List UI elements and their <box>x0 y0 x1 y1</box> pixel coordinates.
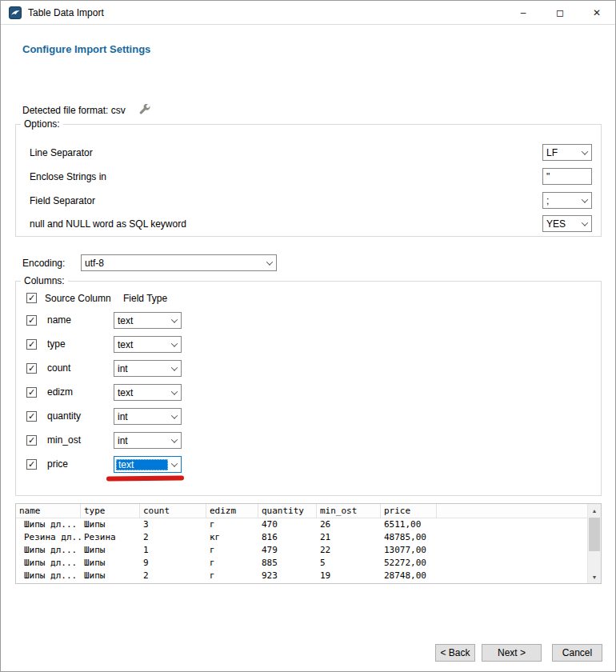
wrench-icon[interactable] <box>138 104 151 117</box>
field-separator-select[interactable]: ; <box>542 192 592 209</box>
column-row-edizm: ✓ edizm text <box>16 384 601 401</box>
cell: 21 <box>317 531 381 544</box>
encoding-select[interactable]: utf-8 <box>81 254 277 271</box>
field-type-value: text <box>116 459 168 470</box>
column-name-label: min_ost <box>47 432 81 449</box>
enclose-strings-label: Enclose Strings in <box>30 171 106 182</box>
column-name-label: edizm <box>47 384 73 401</box>
column-name-label: type <box>47 336 66 353</box>
table-row[interactable]: Шипы дл... Шипы 1 г 479 22 13077,00 <box>16 544 587 557</box>
next-button[interactable]: Next > <box>482 644 542 662</box>
cell: г <box>206 544 258 557</box>
field-type-select-type[interactable]: text <box>114 336 182 353</box>
chevron-down-icon <box>168 361 181 376</box>
preview-grid: name type count edizm quantity min_ost p… <box>16 504 587 583</box>
field-type-select-quantity[interactable]: int <box>114 408 182 425</box>
column-row-type: ✓ type text <box>16 336 601 353</box>
column-checkbox-type[interactable]: ✓ <box>26 339 37 350</box>
preview-header-quantity: quantity <box>258 504 317 518</box>
cell: кг <box>206 531 258 544</box>
cell: Резина дл... <box>16 531 81 544</box>
scroll-up-icon[interactable]: ▲ <box>588 504 601 517</box>
cell: 13077,00 <box>381 544 437 557</box>
column-name-label: name <box>47 312 71 329</box>
cell: 6511,00 <box>381 518 437 531</box>
column-name-label: count <box>47 360 70 377</box>
preview-header-name: name <box>16 504 81 518</box>
table-row[interactable]: Шипы дл... Шипы 9 г 885 5 52272,00 <box>16 557 587 570</box>
page-title: Configure Import Settings <box>22 43 150 55</box>
titlebar: Table Data Import – ◻ ✕ <box>1 1 615 25</box>
table-row[interactable]: Шипы дл... Шипы 3 г 470 26 6511,00 <box>16 518 587 531</box>
field-type-select-min-ost[interactable]: int <box>114 432 182 449</box>
close-button[interactable]: ✕ <box>578 1 615 25</box>
field-type-select-price[interactable]: text <box>114 456 182 473</box>
columns-group-label: Columns: <box>21 275 68 286</box>
field-type-select-count[interactable]: int <box>114 360 182 377</box>
option-row-enclose-strings: Enclose Strings in <box>16 168 601 185</box>
columns-group: Columns: ✓ Source Column Field Type ✓ na… <box>15 281 602 496</box>
line-separator-label: Line Separator <box>30 147 93 158</box>
option-row-null-keyword: null and NULL word as SQL keyword YES <box>16 215 601 232</box>
scroll-down-icon[interactable]: ▼ <box>588 570 601 583</box>
columns-header: ✓ Source Column Field Type <box>16 291 601 306</box>
select-all-checkbox[interactable]: ✓ <box>26 293 37 303</box>
options-group: Options: Line Separator LF Enclose Strin… <box>15 124 602 237</box>
chevron-down-icon <box>578 216 591 231</box>
column-checkbox-edizm[interactable]: ✓ <box>26 387 37 398</box>
window-title: Table Data Import <box>28 7 104 18</box>
column-checkbox-min-ost[interactable]: ✓ <box>26 435 37 446</box>
cell: Шипы дл... <box>16 557 81 570</box>
table-data-import-window: Table Data Import – ◻ ✕ Configure Import… <box>0 0 616 672</box>
vertical-scrollbar[interactable]: ▲ ▼ <box>587 504 601 583</box>
null-keyword-select[interactable]: YES <box>542 215 592 232</box>
column-checkbox-count[interactable]: ✓ <box>26 363 37 374</box>
chevron-down-icon <box>263 255 276 270</box>
cell: 3 <box>140 518 206 531</box>
cell: 26 <box>317 518 381 531</box>
cell: 48785,00 <box>381 531 437 544</box>
null-keyword-value: YES <box>543 218 578 230</box>
minimize-button[interactable]: – <box>505 1 542 25</box>
line-separator-select[interactable]: LF <box>542 144 592 161</box>
field-type-select-edizm[interactable]: text <box>114 384 182 401</box>
field-type-header: Field Type <box>123 293 167 304</box>
app-icon <box>9 6 22 19</box>
option-row-line-separator: Line Separator LF <box>16 144 601 161</box>
maximize-button[interactable]: ◻ <box>542 1 578 25</box>
cell: Шипы <box>81 518 140 531</box>
field-separator-value: ; <box>543 195 578 206</box>
chevron-down-icon <box>168 385 181 400</box>
scrollbar-thumb[interactable] <box>589 518 600 551</box>
cell: 1 <box>140 544 206 557</box>
cell: 470 <box>258 518 317 531</box>
encoding-label: Encoding: <box>22 258 65 269</box>
cell: 22 <box>317 544 381 557</box>
cancel-button[interactable]: Cancel <box>552 644 602 662</box>
field-separator-label: Field Separator <box>30 195 95 206</box>
column-checkbox-name[interactable]: ✓ <box>26 315 37 326</box>
table-row[interactable]: Шипы дл... Шипы 2 г 923 19 28748,00 <box>16 570 587 582</box>
cell: 19 <box>317 570 381 582</box>
chevron-down-icon <box>578 145 591 160</box>
enclose-strings-input[interactable] <box>542 168 592 185</box>
cell: 52272,00 <box>381 557 437 570</box>
cell: Шипы дл... <box>16 544 81 557</box>
preview-header-filler <box>437 504 587 518</box>
back-button[interactable]: < Back <box>435 644 475 662</box>
preview-header-type: type <box>81 504 140 518</box>
field-type-select-name[interactable]: text <box>114 312 182 329</box>
column-checkbox-price[interactable]: ✓ <box>26 459 37 470</box>
cell: 5 <box>317 557 381 570</box>
options-group-label: Options: <box>21 118 63 130</box>
cell: Шипы <box>81 570 140 582</box>
field-type-value: int <box>114 435 168 446</box>
chevron-down-icon <box>168 337 181 352</box>
preview-header-count: count <box>140 504 206 518</box>
field-type-value: text <box>114 339 168 350</box>
preview-header-row: name type count edizm quantity min_ost p… <box>16 504 587 518</box>
table-row[interactable]: Резина дл... Резина 2 кг 816 21 48785,00 <box>16 531 587 544</box>
cell: г <box>206 570 258 582</box>
column-checkbox-quantity[interactable]: ✓ <box>26 411 37 422</box>
option-row-field-separator: Field Separator ; <box>16 192 601 209</box>
